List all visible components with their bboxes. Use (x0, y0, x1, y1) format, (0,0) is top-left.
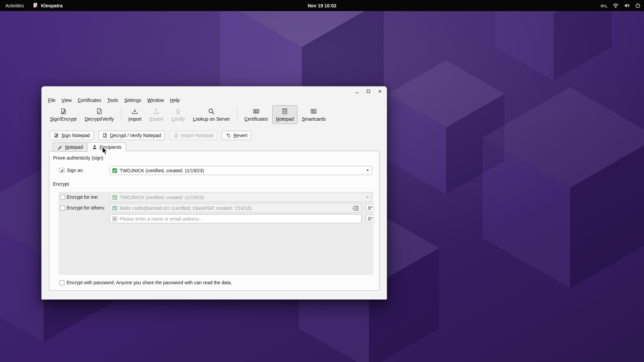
toolbar-certificates-button[interactable]: Certificates (241, 105, 272, 124)
toolbar-decrypt-verify-button[interactable]: Decrypt/Verify (81, 105, 117, 124)
main-toolbar: Sign/Encrypt Decrypt/Verify Import Expor… (42, 105, 387, 126)
decrypt-verify-notepad-icon (102, 133, 108, 138)
sign-as-value: TWOJNICK (certified, created: 11/19/23) (120, 168, 204, 173)
encrypt-for-others-label: Encrypt for others: (67, 203, 105, 213)
toolbar-smartcards-label: Smartcards (302, 116, 326, 122)
toolbar-sign-encrypt-button[interactable]: Sign/Encrypt (46, 105, 80, 124)
sign-encrypt-icon (60, 108, 67, 115)
chevron-down-icon (366, 170, 369, 171)
smartcard-icon (310, 108, 317, 115)
sign-as-combobox[interactable]: TWOJNICK (certified, created: 11/19/23) (110, 166, 372, 175)
add-recipient-button[interactable] (366, 215, 374, 223)
person-add-icon (367, 216, 373, 222)
encrypt-with-password-label: Encrypt with password. Anyone you share … (67, 278, 232, 287)
certify-icon (174, 108, 182, 115)
certificate-invalid-icon (112, 216, 117, 222)
sign-as-checkbox[interactable] (59, 168, 64, 173)
encrypt-for-me-checkbox[interactable] (60, 195, 65, 200)
encrypt-for-me-combobox[interactable]: TWOJNICK (certified, created: 11/19/23) (110, 193, 372, 202)
revert-button[interactable]: Revert (222, 131, 251, 140)
sign-notepad-icon (54, 133, 59, 138)
import-notepad-icon (173, 133, 179, 138)
kleopatra-window: File View Certificates Tools Settings Wi… (41, 86, 387, 300)
menu-settings[interactable]: Settings (121, 97, 144, 104)
power-icon (635, 3, 641, 8)
toolbar-separator (121, 108, 121, 122)
toolbar-decrypt-verify-label: Decrypt/Verify (85, 116, 114, 122)
toolbar-export-button[interactable]: Export (146, 105, 167, 124)
titlebar[interactable] (42, 86, 387, 96)
toolbar-lookup-button[interactable]: Lookup on Server (189, 105, 234, 124)
recipients-panel: Prove authenticity (sign) Sign as: TWOJN… (49, 151, 380, 291)
volume-icon (624, 3, 630, 8)
add-recipient-button[interactable] (366, 204, 374, 212)
decrypt-verify-notepad-button[interactable]: Decrypt / Verify Notepad (98, 131, 165, 140)
certificates-icon (253, 108, 260, 115)
toolbar-separator (237, 108, 237, 122)
encrypt-with-password-checkbox[interactable] (59, 280, 64, 285)
certificate-valid-icon (112, 168, 117, 173)
minimize-button[interactable] (353, 87, 361, 95)
app-menu[interactable]: Kleopatra (29, 0, 66, 11)
menu-window[interactable]: Window (144, 97, 167, 104)
menu-certificates[interactable]: Certificates (75, 97, 104, 104)
menu-view[interactable]: View (59, 97, 75, 104)
recipient-input-field[interactable] (110, 214, 362, 223)
sign-notepad-label: Sign Notepad (61, 133, 90, 138)
close-button[interactable] (376, 87, 383, 95)
toolbar-smartcards-button[interactable]: Smartcards (298, 105, 330, 124)
menu-tools[interactable]: Tools (104, 97, 121, 104)
menubar: File View Certificates Tools Settings Wi… (42, 96, 387, 105)
encrypt-for-others-field[interactable]: Ralts <ralts@airmail.cc> (certified, Ope… (110, 203, 362, 213)
recipients-list-area: Encrypt for me: TWOJNICK (certified, cre… (58, 192, 373, 275)
toolbar-notepad-label: Notepad (276, 116, 294, 122)
revert-icon (226, 133, 231, 138)
keyboard-layout-indicator[interactable]: en₁ (601, 3, 607, 8)
maximize-button[interactable] (365, 87, 372, 95)
import-notepad-label: Import Notepad (181, 133, 214, 138)
certificate-valid-icon (112, 195, 117, 200)
top-bar: Activities Kleopatra Nov 19 10:02 en₁ (0, 0, 644, 11)
export-icon (153, 108, 160, 115)
person-icon (92, 144, 97, 150)
encrypt-for-me-value: TWOJNICK (certified, created: 11/19/23) (120, 195, 204, 200)
menu-help[interactable]: Help (167, 97, 183, 104)
toolbar-lookup-label: Lookup on Server (193, 116, 230, 122)
menu-file[interactable]: File (45, 97, 59, 104)
app-menu-label: Kleopatra (41, 3, 63, 8)
toolbar-export-label: Export (150, 116, 163, 122)
mouse-cursor (102, 146, 109, 157)
decrypt-verify-notepad-label: Decrypt / Verify Notepad (110, 133, 161, 138)
encrypt-for-others-checkbox[interactable] (60, 205, 65, 210)
chevron-down-icon (366, 196, 369, 198)
person-add-icon (367, 205, 373, 211)
decrypt-verify-icon (96, 108, 103, 115)
clock[interactable]: Nov 19 10:02 (308, 3, 336, 8)
system-status-area[interactable]: en₁ (601, 0, 641, 11)
pencil-icon (57, 144, 63, 150)
encrypt-heading: Encrypt (53, 181, 69, 187)
activities-button[interactable]: Activities (0, 0, 29, 11)
toolbar-certificates-label: Certificates (245, 116, 268, 122)
notepad-icon (281, 108, 288, 115)
clear-field-icon[interactable] (353, 206, 359, 210)
toolbar-notepad-button[interactable]: Notepad (272, 105, 298, 124)
sign-notepad-button[interactable]: Sign Notepad (50, 131, 94, 140)
import-notepad-button[interactable]: Import Notepad (169, 131, 218, 140)
toolbar-import-button[interactable]: Import (125, 105, 146, 124)
import-icon (131, 108, 139, 115)
certificate-valid-icon (112, 205, 117, 211)
prove-authenticity-heading: Prove authenticity (sign) (53, 155, 103, 161)
revert-label: Revert (233, 133, 247, 138)
toolbar-certify-button[interactable]: Certify (168, 105, 189, 124)
recipient-input[interactable] (120, 216, 359, 222)
encrypt-for-me-label: Encrypt for me: (67, 193, 99, 202)
tab-notepad-label: Notepad (65, 144, 83, 150)
toolbar-sign-encrypt-label: Sign/Encrypt (50, 116, 76, 122)
notepad-action-row: Sign Notepad Decrypt / Verify Notepad Im… (42, 126, 387, 140)
tab-notepad[interactable]: Notepad (53, 142, 88, 152)
toolbar-certify-label: Certify (171, 116, 185, 122)
kleopatra-app-icon (33, 2, 38, 9)
encrypt-for-others-value: Ralts <ralts@airmail.cc> (certified, Ope… (120, 205, 252, 211)
sign-as-label: Sign as: (67, 166, 84, 175)
